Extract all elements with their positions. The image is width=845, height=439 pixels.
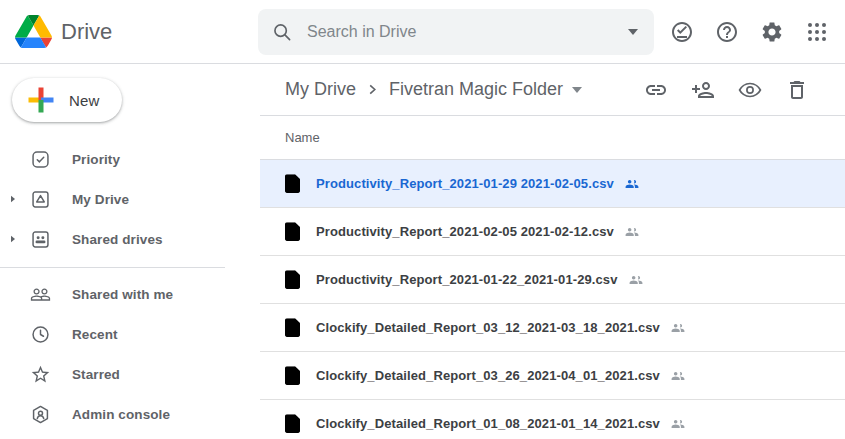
file-row[interactable]: Clockify_Detailed_Report_01_08_2021-01_1… <box>260 400 845 439</box>
shared-people-icon <box>623 225 641 239</box>
folder-dropdown-icon[interactable] <box>572 87 582 93</box>
search-input[interactable] <box>305 22 628 42</box>
csv-file-icon <box>285 174 300 193</box>
sidebar-item-shared-with-me[interactable]: Shared with me <box>0 274 260 314</box>
csv-file-icon <box>285 414 300 433</box>
preview-eye-icon[interactable] <box>738 78 762 102</box>
arrow-slot <box>5 191 21 207</box>
file-name: Clockify_Detailed_Report_03_12_2021-03_1… <box>316 320 660 335</box>
file-row[interactable]: Productivity_Report_2021-02-05 2021-02-1… <box>260 208 845 256</box>
sidebar-item-label: Admin console <box>72 407 170 422</box>
header-icon-group <box>670 20 845 44</box>
sidebar-item-my-drive[interactable]: My Drive <box>0 179 260 219</box>
file-row[interactable]: Productivity_Report_2021-01-22_2021-01-2… <box>260 256 845 304</box>
add-person-icon[interactable] <box>691 78 715 102</box>
main-content: My Drive Fivetran Magic Folder <box>260 64 845 439</box>
top-header: Drive <box>0 0 845 64</box>
file-name: Clockify_Detailed_Report_01_08_2021-01_1… <box>316 416 660 431</box>
plus-icon <box>26 85 56 115</box>
column-header-name[interactable]: Name <box>260 116 845 160</box>
csv-file-icon <box>285 222 300 241</box>
column-header-label: Name <box>285 130 320 145</box>
sidebar-nav: Priority My Drive <box>0 139 260 434</box>
settings-icon[interactable] <box>760 20 784 44</box>
sidebar-item-admin-console[interactable]: Admin console <box>0 394 260 434</box>
body: New Priority <box>0 64 845 439</box>
google-drive-window: Drive <box>0 0 845 439</box>
priority-icon <box>30 149 51 170</box>
new-button[interactable]: New <box>12 78 122 122</box>
file-row[interactable]: Clockify_Detailed_Report_03_12_2021-03_1… <box>260 304 845 352</box>
get-link-icon[interactable] <box>644 78 668 102</box>
sidebar-item-label: Priority <box>72 152 120 167</box>
expand-arrow-icon[interactable] <box>5 191 21 207</box>
sidebar-item-priority[interactable]: Priority <box>0 139 260 179</box>
people-icon <box>30 284 51 305</box>
search-bar[interactable] <box>258 9 654 55</box>
apps-grid-icon[interactable] <box>805 20 829 44</box>
drive-logo-link[interactable]: Drive <box>0 15 258 48</box>
sidebar: New Priority <box>0 64 260 439</box>
file-name: Productivity_Report_2021-01-29 2021-02-0… <box>316 176 614 191</box>
expand-arrow-icon[interactable] <box>5 231 21 247</box>
toolbar-icon-group <box>644 78 809 102</box>
drive-logo-icon <box>15 15 52 48</box>
shared-people-icon <box>623 177 641 191</box>
sidebar-divider <box>0 267 225 268</box>
sidebar-item-recent[interactable]: Recent <box>0 314 260 354</box>
arrow-slot <box>5 231 21 247</box>
app-name: Drive <box>61 19 112 45</box>
search-options-dropdown-icon[interactable] <box>628 29 638 35</box>
trash-icon[interactable] <box>785 78 809 102</box>
sidebar-item-label: Shared with me <box>72 287 173 302</box>
sidebar-item-starred[interactable]: Starred <box>0 354 260 394</box>
csv-file-icon <box>285 270 300 289</box>
file-row[interactable]: Productivity_Report_2021-01-29 2021-02-0… <box>260 160 845 208</box>
search-icon <box>271 21 293 43</box>
sidebar-item-shared-drives[interactable]: Shared drives <box>0 219 260 259</box>
star-icon <box>30 364 51 385</box>
shared-people-icon <box>669 417 687 431</box>
shared-drives-icon <box>30 229 51 250</box>
shared-people-icon <box>669 321 687 335</box>
file-name: Productivity_Report_2021-01-22_2021-01-2… <box>316 272 618 287</box>
file-row[interactable]: Clockify_Detailed_Report_03_26_2021-04_0… <box>260 352 845 400</box>
file-name: Productivity_Report_2021-02-05 2021-02-1… <box>316 224 614 239</box>
breadcrumb-current-folder[interactable]: Fivetran Magic Folder <box>389 79 563 100</box>
help-icon[interactable] <box>715 20 739 44</box>
my-drive-icon <box>30 189 51 210</box>
sidebar-item-label: Recent <box>72 327 118 342</box>
file-name: Clockify_Detailed_Report_03_26_2021-04_0… <box>316 368 660 383</box>
new-button-label: New <box>69 92 100 109</box>
sidebar-item-label: Shared drives <box>72 232 163 247</box>
sidebar-item-label: Starred <box>72 367 120 382</box>
folder-toolbar: My Drive Fivetran Magic Folder <box>260 64 845 116</box>
shared-people-icon <box>669 369 687 383</box>
offline-status-icon[interactable] <box>670 20 694 44</box>
sidebar-item-label: My Drive <box>72 192 129 207</box>
csv-file-icon <box>285 318 300 337</box>
shared-people-icon <box>627 273 645 287</box>
clock-icon <box>30 324 51 345</box>
csv-file-icon <box>285 366 300 385</box>
admin-console-icon <box>30 404 51 425</box>
breadcrumb-my-drive[interactable]: My Drive <box>285 79 356 100</box>
chevron-right-icon <box>367 84 378 95</box>
